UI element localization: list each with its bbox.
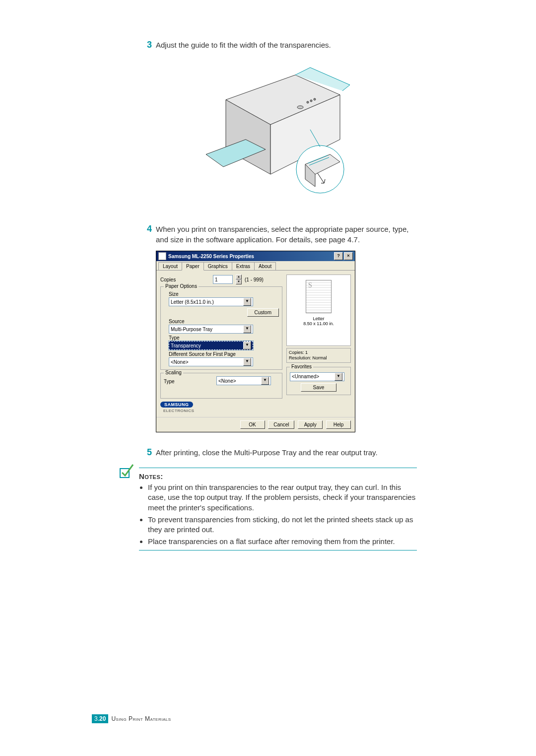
help-button[interactable]: Help — [326, 420, 351, 429]
favorites-value: <Unnamed> — [292, 374, 319, 379]
divider — [139, 550, 417, 550]
scaling-group: Scaling Type <None> ▼ — [160, 373, 282, 399]
svg-point-3 — [314, 98, 316, 100]
tab-graphics[interactable]: Graphics — [203, 262, 232, 270]
page-footer: 3.20 Using Print Materials — [92, 714, 171, 723]
tab-content: Copies ▲▼ (1 - 999) Paper Options Size L… — [156, 271, 355, 417]
logo-area: SAMSUNG ELECTRONICS — [160, 402, 282, 413]
diff-source-label: Different Source for First Page — [169, 351, 279, 357]
cancel-button[interactable]: Cancel — [268, 420, 294, 429]
dialog-titlebar: Samsung ML-2250 Series Properties ? × — [156, 251, 355, 261]
step-text-5: After printing, close the Multi-Purpose … — [156, 447, 417, 458]
chevron-down-icon: ▼ — [243, 325, 251, 333]
diff-source-value: <None> — [171, 359, 189, 365]
printer-illustration — [196, 55, 360, 204]
checkmark-icon — [119, 464, 134, 479]
apply-button[interactable]: Apply — [298, 420, 323, 429]
section-title: Using Print Materials — [111, 715, 171, 722]
page-number-badge: 3.20 — [92, 714, 108, 723]
ok-button[interactable]: OK — [240, 420, 265, 429]
save-button[interactable]: Save — [301, 383, 337, 392]
type-label: Type — [169, 335, 279, 341]
info-box: Copies: 1 Resolution: Normal — [286, 348, 351, 363]
tab-paper[interactable]: Paper — [182, 262, 204, 271]
size-label: Size — [169, 291, 279, 297]
step-5: 5 After printing, close the Multi-Purpos… — [139, 447, 417, 458]
copies-range: (1 - 999) — [245, 277, 264, 282]
chapter-number: 3. — [94, 715, 99, 722]
type-value: Transparency — [171, 343, 201, 348]
step-text-3: Adjust the guide to fit the width of the… — [156, 40, 417, 50]
notes-title: Notes: — [139, 472, 417, 481]
notes-list: If you print on thin transparencies to t… — [139, 482, 417, 547]
preview-paper: Letter — [290, 316, 347, 321]
chevron-down-icon: ▼ — [243, 298, 251, 306]
step-number-3: 3 — [139, 40, 152, 50]
scaling-value: <None> — [218, 378, 236, 384]
preview-dims: 8.50 x 11.00 in. — [290, 321, 347, 326]
diff-source-select[interactable]: <None> ▼ — [169, 357, 253, 366]
favorites-title: Favorites — [290, 364, 313, 369]
divider — [139, 468, 417, 468]
properties-dialog: Samsung ML-2250 Series Properties ? × La… — [156, 251, 355, 432]
step-number-4: 4 — [139, 224, 152, 245]
tab-extras[interactable]: Extras — [232, 262, 255, 270]
note-item: If you print on thin transparencies to t… — [148, 482, 417, 513]
size-value: Letter (8.5x11.0 in.) — [171, 299, 214, 305]
samsung-logo: SAMSUNG — [160, 402, 193, 408]
dialog-tabs: Layout Paper Graphics Extras About — [156, 261, 355, 271]
paper-options-title: Paper Options — [164, 283, 199, 289]
copies-spinner[interactable]: ▲▼ — [236, 275, 242, 284]
titlebar-close-button[interactable]: × — [344, 252, 353, 260]
electronics-text: ELECTRONICS — [163, 409, 194, 413]
preview-page-icon — [306, 280, 332, 313]
page-number: 20 — [99, 715, 106, 722]
scaling-select[interactable]: <None> ▼ — [216, 376, 271, 385]
source-value: Multi-Purpose Tray — [171, 327, 212, 332]
preview-pane: Letter 8.50 x 11.00 in. — [286, 275, 351, 346]
favorites-select[interactable]: <Unnamed> ▼ — [290, 372, 344, 381]
titlebar-help-button[interactable]: ? — [334, 252, 343, 260]
page: 3 Adjust the guide to fit the width of t… — [0, 0, 536, 756]
note-item: Place transparencies on a flat surface a… — [148, 537, 417, 547]
note-item: To prevent transparencies from sticking,… — [148, 515, 417, 535]
paper-options-group: Paper Options Size Letter (8.5x11.0 in.)… — [160, 286, 282, 370]
copies-input[interactable] — [213, 275, 233, 284]
chevron-down-icon: ▼ — [243, 358, 251, 366]
svg-point-1 — [307, 101, 309, 103]
custom-button[interactable]: Custom — [247, 308, 279, 317]
scaling-type-label: Type — [164, 379, 213, 384]
source-select[interactable]: Multi-Purpose Tray ▼ — [169, 325, 253, 334]
step-text-4: When you print on transparencies, select… — [156, 224, 417, 245]
chevron-down-icon: ▼ — [335, 373, 342, 381]
tab-layout[interactable]: Layout — [158, 262, 182, 270]
dialog-icon — [158, 252, 166, 260]
step-3: 3 Adjust the guide to fit the width of t… — [139, 40, 417, 50]
svg-point-2 — [310, 100, 312, 102]
notes-block: Notes: If you print on thin transparenci… — [139, 468, 417, 550]
source-label: Source — [169, 319, 279, 324]
info-copies: Copies: 1 — [289, 350, 348, 355]
favorites-group: Favorites <Unnamed> ▼ Save — [286, 367, 351, 395]
svg-point-0 — [297, 106, 303, 109]
step-number-5: 5 — [139, 447, 152, 458]
chevron-down-icon: ▼ — [243, 342, 251, 349]
chevron-down-icon: ▼ — [261, 377, 269, 385]
step-4: 4 When you print on transparencies, sele… — [139, 224, 417, 245]
dialog-title: Samsung ML-2250 Series Properties — [168, 254, 254, 259]
dialog-footer: OK Cancel Apply Help — [156, 417, 355, 432]
tab-about[interactable]: About — [254, 262, 276, 270]
dialog-screenshot: Samsung ML-2250 Series Properties ? × La… — [156, 251, 417, 432]
info-resolution: Resolution: Normal — [289, 355, 348, 361]
size-select[interactable]: Letter (8.5x11.0 in.) ▼ — [169, 297, 253, 306]
type-select[interactable]: Transparency ▼ — [169, 341, 253, 350]
copies-label: Copies — [160, 277, 210, 282]
scaling-title: Scaling — [164, 370, 183, 375]
